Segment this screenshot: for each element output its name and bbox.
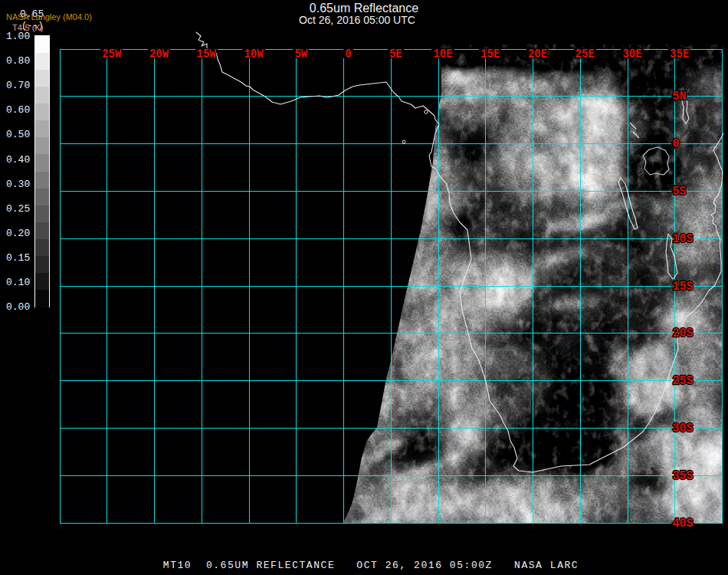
svg-text:25E: 25E <box>576 48 595 61</box>
svg-text:5E: 5E <box>389 48 402 61</box>
svg-text:0: 0 <box>673 137 680 151</box>
svg-text:5S: 5S <box>673 185 687 199</box>
svg-text:25W: 25W <box>102 48 122 61</box>
svg-text:5N: 5N <box>673 90 687 104</box>
svg-text:20W: 20W <box>149 48 169 61</box>
svg-text:10S: 10S <box>673 232 694 246</box>
svg-text:20S: 20S <box>673 327 694 340</box>
svg-text:0: 0 <box>345 48 351 61</box>
svg-text:10E: 10E <box>433 48 452 61</box>
svg-text:35S: 35S <box>673 469 694 483</box>
svg-text:40S: 40S <box>673 517 694 531</box>
svg-text:5W: 5W <box>294 48 307 61</box>
svg-text:15E: 15E <box>480 48 500 61</box>
svg-text:30S: 30S <box>673 422 694 435</box>
svg-text:35E: 35E <box>670 48 689 61</box>
svg-text:10W: 10W <box>244 48 264 61</box>
svg-text:15S: 15S <box>673 280 694 294</box>
svg-text:15W: 15W <box>197 48 217 61</box>
svg-text:20E: 20E <box>528 48 547 61</box>
svg-text:25S: 25S <box>673 374 694 388</box>
svg-text:30E: 30E <box>622 48 641 61</box>
